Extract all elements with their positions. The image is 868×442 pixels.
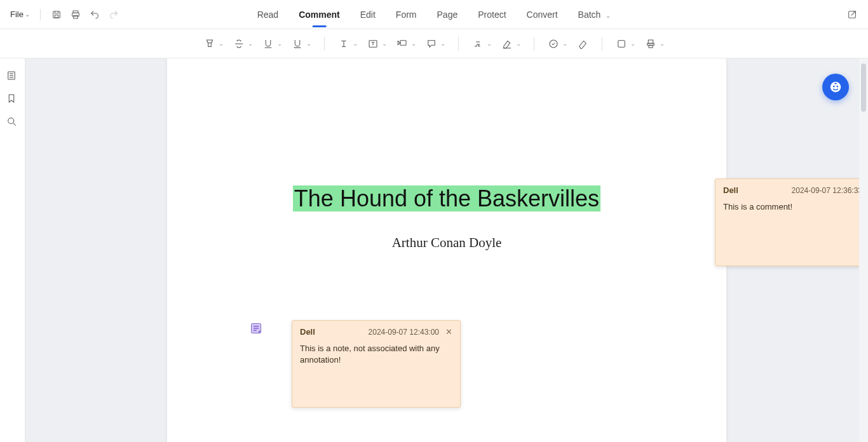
separator [458,37,459,51]
strikethrough-icon [233,37,245,50]
area-highlight-tool[interactable]: ⌄ [471,37,492,50]
textbox-tool[interactable]: ⌄ [367,37,387,50]
stamp-icon [547,37,560,50]
left-sidebar [0,58,25,442]
note-icon [425,37,438,50]
search-icon[interactable] [6,116,20,130]
squiggly-icon [291,37,304,50]
chevron-down-icon: ⌄ [487,40,492,47]
chevron-down-icon: ⌄ [306,40,311,47]
strikethrough-tool[interactable]: ⌄ [233,37,253,50]
highlight-icon [203,37,216,50]
chevron-down-icon: ⌄ [277,40,282,47]
app-toolbar: File ⌄ Read Comment Edit Form Page Prote… [0,0,868,29]
tab-read[interactable]: Read [257,4,278,25]
underline-icon [262,37,275,50]
tab-protect[interactable]: Protect [478,4,506,25]
note-tool[interactable]: ⌄ [425,37,445,50]
document-page: The Hound of the Baskervilles Arthur Con… [167,58,726,442]
comment-timestamp: 2024-09-07 12:36:33 [792,186,862,195]
underline-tool[interactable]: ⌄ [262,37,282,50]
separator [602,37,602,51]
callout-icon [396,37,409,50]
note-timestamp: 2024-09-07 12:43:00 [369,328,439,337]
svg-rect-12 [618,40,625,47]
caret-tool[interactable]: ⌄ [337,37,358,50]
comment-author: Dell [723,185,738,195]
chevron-down-icon: ⌄ [25,11,30,18]
svg-rect-13 [648,40,653,43]
scrollbar-thumb[interactable] [861,64,866,112]
shape-icon [615,37,628,50]
close-icon[interactable]: ✕ [445,327,452,337]
tab-comment[interactable]: Comment [299,4,340,25]
separator [324,37,325,51]
chevron-down-icon: ⌄ [411,40,416,47]
tab-page[interactable]: Page [437,4,458,25]
svg-rect-0 [53,11,60,18]
print-icon[interactable] [69,8,83,22]
chevron-down-icon: ⌄ [562,40,567,47]
pencil-tool[interactable]: ⌄ [501,37,521,50]
file-menu[interactable]: File ⌄ [6,7,34,22]
svg-point-20 [8,118,13,124]
note-header: Dell 2024-09-07 12:43:00 ✕ [300,327,452,337]
note-body[interactable]: This is a note, not associated with any … [300,343,452,366]
svg-point-28 [836,86,838,88]
document-author: Arthur Conan Doyle [167,235,726,251]
redo-icon[interactable] [107,8,121,22]
svg-rect-29 [834,83,837,84]
tab-batch[interactable]: Batch ⌄ [578,4,611,25]
chevron-down-icon: ⌄ [248,40,253,47]
tab-edit[interactable]: Edit [360,4,376,25]
textbox-icon [367,37,379,50]
chevron-down-icon: ⌄ [606,12,611,19]
vertical-scrollbar[interactable] [859,58,868,442]
share-icon[interactable] [845,8,859,22]
bookmark-icon[interactable] [6,93,20,107]
shape-tool[interactable]: ⌄ [615,37,635,50]
comment-popup[interactable]: Dell 2024-09-07 12:36:33 ✕ This is a com… [715,178,868,266]
tab-batch-label: Batch [578,10,601,20]
file-label: File [10,10,24,19]
area-highlight-icon [471,37,484,50]
squiggly-tool[interactable]: ⌄ [291,37,311,50]
attachment-tool[interactable]: ⌄ [644,37,665,50]
chevron-down-icon: ⌄ [516,40,521,47]
eraser-tool[interactable] [576,37,589,50]
separator [40,9,41,20]
svg-rect-15 [649,45,653,48]
svg-rect-9 [400,40,406,45]
chevron-down-icon: ⌄ [660,40,665,47]
highlight-tool[interactable]: ⌄ [203,37,224,50]
svg-rect-1 [55,15,58,17]
chevron-down-icon: ⌄ [219,40,224,47]
callout-tool[interactable]: ⌄ [396,37,416,50]
eraser-icon [576,37,589,50]
caret-icon [337,37,350,50]
thumbnails-icon[interactable] [6,70,20,84]
ai-assistant-button[interactable] [822,74,849,100]
undo-icon[interactable] [88,8,102,22]
note-author: Dell [300,327,315,337]
document-canvas[interactable]: The Hound of the Baskervilles Arthur Con… [25,58,868,442]
tab-form[interactable]: Form [396,4,417,25]
chevron-down-icon: ⌄ [630,40,635,47]
workspace: The Hound of the Baskervilles Arthur Con… [0,58,868,442]
svg-point-27 [833,86,835,88]
pencil-icon [501,37,513,50]
document-title-highlighted: The Hound of the Baskervilles [293,185,600,211]
sticky-note-icon[interactable] [250,322,262,335]
chevron-down-icon: ⌄ [440,40,445,47]
separator [534,37,534,51]
note-popup[interactable]: Dell 2024-09-07 12:43:00 ✕ This is a not… [292,320,461,408]
document-title[interactable]: The Hound of the Baskervilles [167,185,726,212]
tab-convert[interactable]: Convert [527,4,558,25]
svg-rect-4 [74,15,78,18]
stamp-tool[interactable]: ⌄ [547,37,567,50]
comment-toolbar: ⌄ ⌄ ⌄ ⌄ ⌄ ⌄ ⌄ ⌄ ⌄ ⌄ ⌄ [0,29,868,58]
svg-line-21 [13,123,16,126]
save-icon[interactable] [50,8,64,22]
comment-body[interactable]: This is a comment! [723,201,868,213]
chevron-down-icon: ⌄ [353,40,358,47]
